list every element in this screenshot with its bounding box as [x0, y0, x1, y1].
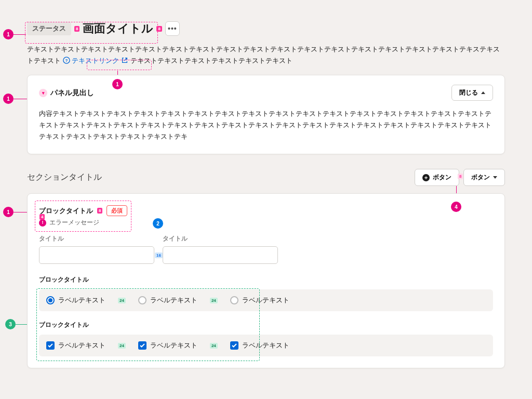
page-title: 画面タイトル: [83, 21, 153, 36]
help-icon: ?: [63, 57, 70, 64]
page-header: ステータス 8 画面タイトル 8 •••: [27, 21, 505, 36]
status-chip: ステータス: [27, 22, 71, 35]
plus-icon: ＋: [422, 174, 430, 181]
radio-option-1[interactable]: ラベルテキスト: [46, 296, 105, 305]
field-label: タイトル: [39, 234, 154, 243]
spacing-4: 4: [39, 214, 45, 220]
text-input-2[interactable]: [163, 246, 278, 264]
section-title: セクションタイトル: [27, 172, 102, 183]
anno-badge-1a: 1: [3, 29, 14, 39]
section-header: セクションタイトル ＋ ボタン 8 ボタン: [27, 169, 505, 186]
spacing-8: 8: [97, 208, 102, 214]
anno-badge-1c: 1: [3, 94, 14, 104]
checkbox-option-2[interactable]: ラベルテキスト: [138, 341, 197, 350]
chevron-down-icon: ▾: [39, 89, 47, 97]
section-card: ブロックタイトル 8 必須 4 ! エラーメッセージ タイトル 16 タイトル …: [27, 193, 505, 368]
description-text: テキストテキストテキストテキストテキストテキストテキストテキストテキストテキスト…: [27, 44, 505, 66]
spacing-8: 8: [156, 26, 162, 32]
check-icon: [46, 341, 55, 350]
caret-down-icon: [493, 176, 497, 179]
error-message: エラーメッセージ: [49, 218, 99, 227]
block-title: ブロックタイトル: [39, 275, 493, 284]
ellipsis-icon: •••: [168, 24, 177, 33]
radio-option-3[interactable]: ラベルテキスト: [230, 296, 289, 305]
collapsible-panel: ▾ パネル見出し 閉じる 内容テキストテキストテキストテキストテキストテキストテ…: [27, 75, 505, 154]
checkbox-option-3[interactable]: ラベルテキスト: [230, 341, 289, 350]
checkbox-group: ブロックタイトル ラベルテキスト 24 ラベルテキスト 24 ラベルテキスト: [39, 321, 493, 356]
required-tag: 必須: [107, 205, 127, 216]
error-row: ! エラーメッセージ: [39, 218, 493, 227]
dropdown-button[interactable]: ボタン: [463, 169, 505, 186]
checkbox-row: ラベルテキスト 24 ラベルテキスト 24 ラベルテキスト: [39, 335, 493, 356]
caret-up-icon: [481, 91, 485, 94]
error-icon: !: [39, 219, 46, 227]
radio-option-2[interactable]: ラベルテキスト: [138, 296, 197, 305]
anno-line: [14, 34, 26, 35]
panel-body: 内容テキストテキストテキストテキストテキストテキストテキストテキストテキストテキ…: [39, 108, 493, 142]
field-row: タイトル 16 タイトル: [39, 234, 493, 264]
anno-badge-4: 4: [451, 202, 461, 212]
field-label: タイトル: [163, 234, 278, 243]
external-link-icon: [121, 57, 128, 64]
check-icon: [230, 341, 238, 350]
spacing-8: 8: [458, 174, 463, 179]
spacing-24: 24: [210, 343, 218, 349]
text-link[interactable]: テキストリンク: [72, 57, 119, 64]
spacing-24: 24: [210, 298, 218, 303]
anno-badge-3: 3: [5, 319, 16, 329]
spacing-8: 8: [74, 26, 79, 32]
spacing-24: 24: [118, 298, 126, 303]
check-icon: [138, 341, 147, 350]
block-title: ブロックタイトル: [39, 206, 93, 216]
anno-badge-1d: 1: [3, 207, 14, 217]
text-input-1[interactable]: [39, 246, 154, 264]
add-button[interactable]: ＋ ボタン: [415, 169, 459, 186]
svg-text:?: ?: [65, 58, 68, 63]
spacing-24: 24: [118, 343, 126, 349]
panel-close-button[interactable]: 閉じる: [451, 85, 493, 101]
anno-badge-2: 2: [153, 218, 163, 229]
anno-badge-1b: 1: [112, 79, 123, 89]
block-title: ブロックタイトル: [39, 321, 493, 329]
radio-row: ラベルテキスト 24 ラベルテキスト 24 ラベルテキスト: [39, 289, 493, 311]
section-actions: ＋ ボタン 8 ボタン: [415, 169, 505, 186]
kebab-menu-button[interactable]: •••: [165, 21, 180, 36]
spacing-16: 16: [155, 252, 163, 258]
panel-title: ▾ パネル見出し: [39, 88, 94, 98]
block-title-row: ブロックタイトル 8 必須: [39, 205, 493, 216]
radio-group: ブロックタイトル ラベルテキスト 24 ラベルテキスト 24 ラベルテキスト: [39, 275, 493, 311]
checkbox-option-1[interactable]: ラベルテキスト: [46, 341, 105, 350]
